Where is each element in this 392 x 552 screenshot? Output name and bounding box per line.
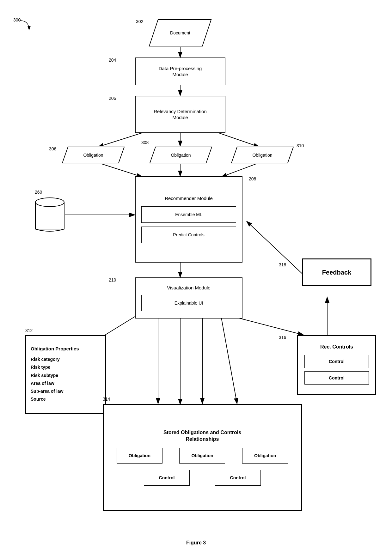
- obligation-properties-node: Obligation Properties Risk category Risk…: [25, 335, 106, 414]
- document-label: Document: [170, 30, 190, 35]
- svg-line-17: [247, 221, 303, 275]
- obligation-left-label: Obligation: [83, 153, 103, 158]
- svg-line-6: [218, 133, 259, 147]
- ref-210: 210: [109, 277, 116, 282]
- obligation-left-node: Obligation: [62, 146, 125, 164]
- stored-obligation-3: Obligation: [242, 448, 288, 464]
- document-node: Document: [149, 19, 212, 47]
- explainable-ui-node: Explainable UI: [141, 295, 236, 311]
- obligation-right-node: Obligation: [231, 146, 294, 164]
- obligation-center-label: Obligation: [171, 153, 191, 158]
- obligation-center-node: Obligation: [149, 146, 212, 164]
- obligation-properties-items: Risk category Risk type Risk subtype Are…: [31, 355, 63, 403]
- ref-308: 308: [141, 140, 149, 145]
- stored-obligations-node: Stored Obligations and ControlsRelations…: [103, 404, 302, 511]
- svg-line-9: [221, 163, 259, 177]
- data-preprocessing-node: Data Pre-processingModule: [135, 58, 225, 85]
- ref-208: 208: [249, 176, 256, 181]
- stored-obligations-title: Stored Obligations and ControlsRelations…: [108, 429, 297, 443]
- recommender-node: Recommender Module Ensemble ML Predict C…: [135, 176, 242, 263]
- svg-line-13: [231, 316, 303, 335]
- ref-310: 310: [297, 143, 304, 148]
- ref-260: 260: [35, 190, 42, 195]
- ref-306: 306: [49, 146, 56, 151]
- ref-316: 316: [279, 335, 286, 340]
- relevancy-node: Relevancy DeterminationModule: [135, 96, 225, 133]
- stored-obligation-2: Obligation: [179, 448, 225, 464]
- rec-controls-node: Rec. Controls Control Control: [297, 335, 376, 395]
- svg-point-26: [35, 198, 64, 207]
- explainable-ui-label: Explainable UI: [175, 300, 203, 306]
- predict-controls-node: Predict Controls: [141, 227, 236, 243]
- data-preprocessing-label: Data Pre-processingModule: [159, 65, 202, 78]
- stored-control-1: Control: [144, 470, 190, 486]
- database-node: [35, 196, 65, 234]
- ref-314: 314: [103, 397, 110, 402]
- visualization-label: Visualization Module: [138, 285, 239, 291]
- svg-line-4: [98, 133, 143, 147]
- ref-206: 206: [109, 96, 116, 101]
- feedback-node: Feedback: [302, 258, 371, 286]
- predict-controls-label: Predict Controls: [173, 232, 205, 238]
- figure-label: Figure 3: [186, 540, 206, 546]
- ref-318: 318: [279, 262, 286, 267]
- stored-control-2: Control: [215, 470, 261, 486]
- svg-line-20: [221, 318, 237, 404]
- recommender-label: Recommender Module: [138, 195, 239, 202]
- obligation-properties-title: Obligation Properties: [31, 346, 79, 352]
- visualization-node: Visualization Module Explainable UI: [135, 277, 242, 318]
- ref300-arrow: [13, 17, 32, 36]
- ensemble-ml-node: Ensemble ML: [141, 206, 236, 223]
- svg-line-7: [98, 163, 142, 177]
- ensemble-ml-label: Ensemble ML: [175, 212, 202, 217]
- diagram-container: 300 Document 302 Data Pre-processingModu…: [0, 0, 392, 552]
- ref-312: 312: [25, 328, 33, 333]
- rec-control-2: Control: [304, 371, 369, 385]
- obligation-right-label: Obligation: [252, 153, 272, 158]
- stored-obligation-1: Obligation: [117, 448, 162, 464]
- rec-control-1: Control: [304, 355, 369, 368]
- feedback-label: Feedback: [322, 268, 351, 276]
- rec-controls-title: Rec. Controls: [301, 344, 372, 350]
- ref-302: 302: [136, 19, 143, 24]
- ref-204: 204: [109, 58, 116, 63]
- relevancy-label: Relevancy DeterminationModule: [154, 108, 207, 121]
